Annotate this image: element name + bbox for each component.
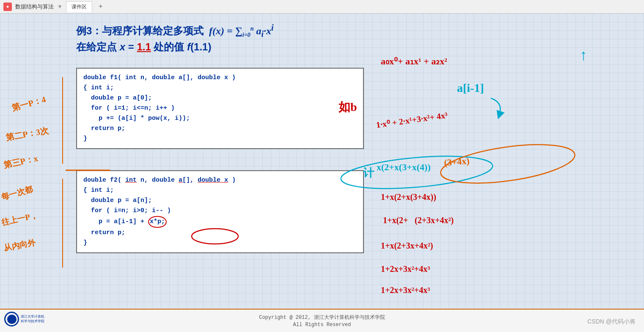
slide-title: 例3：与程序计算给定多项式 f(x) = ∑i=0n ai·xi 在给定点 x … bbox=[76, 21, 274, 54]
annotation-first-p: 第一P：4 bbox=[11, 94, 47, 113]
title-math: f(x) = ∑i=0n ai·xi bbox=[206, 25, 274, 36]
code1-line2: { int i; bbox=[83, 83, 357, 93]
code1-line7: } bbox=[83, 134, 357, 144]
code1-line5: p += (a[i] * pow(x, i)); bbox=[83, 113, 357, 124]
logo-outer-circle bbox=[4, 312, 19, 326]
footer: 浙江大学计算机科学与技术学院 Copyright @ 2012, 浙江大学计算机… bbox=[0, 309, 644, 332]
annotation-second-p: 第二P：3次 bbox=[5, 125, 50, 142]
code2-line6: return p; bbox=[83, 228, 357, 238]
annotation-third-p: 第三P：x bbox=[3, 153, 39, 170]
code-box-1: double f1( int n, double a[], double x )… bbox=[76, 68, 364, 149]
code1-line4: for ( i=1; i<=n; i++ ) bbox=[83, 103, 357, 113]
annotation-up-p: 往上一P， bbox=[0, 210, 39, 227]
copyright-line1: Copyright @ 2012, 浙江大学计算机科学与技术学院 bbox=[259, 314, 385, 321]
csdn-watermark: CSDN @代码小将 bbox=[587, 318, 636, 326]
main-content: 例3：与程序计算给定多项式 f(x) = ∑i=0n ai·xi 在给定点 x … bbox=[0, 14, 644, 332]
active-tab[interactable]: 课件区 bbox=[66, 1, 92, 12]
slide-area: 例3：与程序计算给定多项式 f(x) = ∑i=0n ai·xi 在给定点 x … bbox=[59, 18, 644, 307]
copyright-line2: All Rights Reserved bbox=[293, 322, 351, 328]
logo-inner-circle bbox=[7, 315, 17, 324]
app-icon: ● bbox=[3, 3, 12, 11]
code2-line7: } bbox=[83, 238, 357, 248]
code2-line3: double p = a[n]; bbox=[83, 196, 357, 206]
annotation-inside-out: 从内向外 bbox=[3, 238, 36, 252]
code1-line3: double p = a[0]; bbox=[83, 93, 357, 103]
code2-line4: for ( i=n; i>0; i-- ) bbox=[83, 206, 357, 216]
titlebar: ● 数据结构与算法 ▼ 课件区 + bbox=[0, 0, 644, 14]
add-tab-button[interactable]: + bbox=[96, 2, 106, 12]
title-line1: 例3：与程序计算给定多项式 bbox=[76, 25, 204, 36]
code1-line1: double f1( int n, double a[], double x ) bbox=[83, 73, 357, 83]
annotation-each-time: 每一次都 bbox=[0, 185, 34, 202]
app-title: 数据结构与算法 bbox=[15, 3, 54, 11]
code2-line1: double f2( int n, double a[], double x ) bbox=[83, 175, 357, 185]
code2-line5: p = a[i-1] + x*p; bbox=[83, 216, 357, 228]
logo-text: 浙江大学计算机科学与技术学院 bbox=[21, 315, 44, 324]
app-icon-symbol: ● bbox=[6, 4, 9, 9]
code-box-2: double f2( int n, double a[], double x )… bbox=[76, 170, 364, 253]
code2-line2: { int i; bbox=[83, 185, 357, 196]
code1-line6: return p; bbox=[83, 124, 357, 134]
university-logo: 浙江大学计算机科学与技术学院 bbox=[4, 310, 55, 329]
